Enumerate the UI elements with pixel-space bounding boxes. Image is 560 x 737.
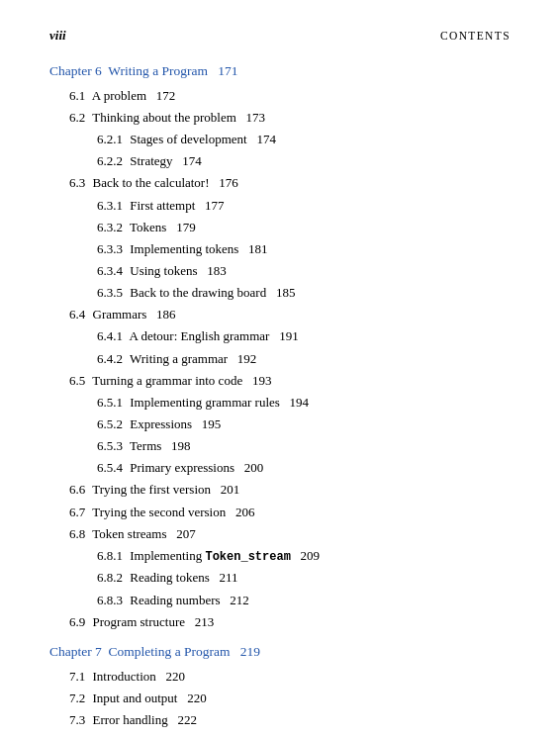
section-num: 6.3.5	[97, 283, 123, 303]
toc-entry: 6.6 Trying the first version 201	[49, 480, 511, 500]
section-title: Reading tokens 211	[127, 568, 238, 588]
section-title: Using tokens 183	[127, 261, 227, 281]
section-num: 6.5.3	[97, 436, 123, 456]
chapter-heading: Chapter 7 Completing a Program 219	[49, 642, 511, 663]
toc-entry: 6.2.1 Stages of development 174	[49, 130, 511, 149]
toc-entry: 6.3.4 Using tokens 183	[49, 261, 511, 281]
section-num: 6.3.4	[97, 261, 123, 281]
section-title: A detour: English grammar 191	[127, 326, 299, 346]
section-title: Writing a grammar 192	[127, 349, 256, 369]
section-num: 6.3.3	[97, 239, 123, 259]
section-title: Trying the second version 206	[89, 503, 254, 522]
section-num: 6.2.2	[97, 151, 123, 171]
section-title: Thinking about the problem 173	[89, 108, 265, 128]
section-num: 6.2.1	[97, 130, 123, 149]
toc-entry: 6.2.2 Strategy 174	[49, 151, 511, 171]
toc-entry: 6.5.4 Primary expressions 200	[49, 458, 511, 478]
section-num: 7.2	[69, 689, 85, 708]
toc-entry: 6.2 Thinking about the problem 173	[49, 108, 511, 128]
toc-entry: 7.3 Error handling 222	[49, 710, 511, 730]
section-title: Trying the first version 201	[89, 480, 239, 500]
toc-entry: 6.1 A problem 172	[49, 86, 511, 106]
toc-entry: 6.5.1 Implementing grammar rules 194	[49, 393, 511, 413]
section-title: Input and output 220	[89, 689, 206, 708]
toc-entry: 6.5.3 Terms 198	[49, 436, 511, 456]
section-num: 6.8	[69, 524, 85, 544]
toc-entry: 6.4.2 Writing a grammar 192	[49, 349, 511, 369]
toc-entry: 6.3.2 Tokens 179	[49, 218, 511, 237]
section-title: Introduction 220	[89, 667, 185, 687]
header-title: CONTENTS	[440, 30, 511, 42]
section-num: 6.5.4	[97, 458, 123, 478]
toc-entry: 7.1 Introduction 220	[49, 667, 511, 687]
section-title: Error handling 222	[89, 710, 197, 730]
section-title: Program structure 213	[89, 612, 214, 632]
section-title: A problem 172	[89, 86, 175, 106]
section-title: Strategy 174	[127, 151, 202, 171]
section-title: Primary expressions 200	[127, 458, 263, 478]
section-num: 6.3.1	[97, 196, 123, 216]
toc-entry: 6.8 Token streams 207	[49, 524, 511, 544]
section-num: 6.5.2	[97, 415, 123, 434]
section-num: 7.3	[69, 710, 85, 730]
section-num: 6.7	[69, 503, 85, 522]
toc-entry: 6.5.2 Expressions 195	[49, 415, 511, 434]
section-title: Grammars 186	[89, 305, 175, 324]
toc-entry: 7.4 Negative numbers 227	[49, 732, 511, 737]
section-num: 6.9	[69, 612, 85, 632]
toc-entry: 6.8.3 Reading numbers 212	[49, 591, 511, 610]
section-title: Implementing Token_stream 209	[127, 546, 320, 567]
section-title: Tokens 179	[127, 218, 196, 237]
section-num: 6.6	[69, 480, 85, 500]
section-num: 6.8.3	[97, 591, 123, 610]
page-number: viii	[49, 28, 66, 44]
section-num: 6.4	[69, 305, 85, 324]
section-title: Turning a grammar into code 193	[89, 371, 271, 391]
section-title: Back to the calculator! 176	[89, 173, 238, 193]
toc-container: Chapter 6 Writing a Program 1716.1 A pro…	[49, 61, 511, 737]
section-title: Expressions 195	[127, 415, 221, 434]
section-title: Token streams 207	[89, 524, 196, 544]
toc-entry: 6.8.2 Reading tokens 211	[49, 568, 511, 588]
section-num: 6.8.1	[97, 546, 123, 567]
section-num: 6.1	[69, 86, 85, 106]
toc-entry: 6.7 Trying the second version 206	[49, 503, 511, 522]
section-title: Implementing grammar rules 194	[127, 393, 309, 413]
section-num: 6.4.1	[97, 326, 123, 346]
toc-entry: 6.8.1 Implementing Token_stream 209	[49, 546, 511, 567]
section-num: 6.5	[69, 371, 85, 391]
toc-entry: 6.4 Grammars 186	[49, 305, 511, 324]
toc-entry: 6.3.1 First attempt 177	[49, 196, 511, 216]
section-title: Implementing tokens 181	[127, 239, 268, 259]
section-num: 6.4.2	[97, 349, 123, 369]
section-title: Negative numbers 227	[89, 732, 215, 737]
toc-entry: 6.5 Turning a grammar into code 193	[49, 371, 511, 391]
section-num: 6.3.2	[97, 218, 123, 237]
toc-entry: 6.9 Program structure 213	[49, 612, 511, 632]
section-num: 6.5.1	[97, 393, 123, 413]
chapter-heading: Chapter 6 Writing a Program 171	[49, 61, 511, 82]
toc-entry: 7.2 Input and output 220	[49, 689, 511, 708]
section-num: 6.2	[69, 108, 85, 128]
section-num: 6.3	[69, 173, 85, 193]
section-title: First attempt 177	[127, 196, 225, 216]
section-title: Reading numbers 212	[127, 591, 249, 610]
section-title: Back to the drawing board 185	[127, 283, 295, 303]
section-title: Stages of development 174	[127, 130, 276, 149]
section-title: Terms 198	[127, 436, 191, 456]
toc-entry: 6.3.3 Implementing tokens 181	[49, 239, 511, 259]
section-num: 7.4	[69, 732, 85, 737]
section-num: 6.8.2	[97, 568, 123, 588]
toc-entry: 6.3 Back to the calculator! 176	[49, 173, 511, 193]
toc-entry: 6.3.5 Back to the drawing board 185	[49, 283, 511, 303]
section-num: 7.1	[69, 667, 85, 687]
toc-entry: 6.4.1 A detour: English grammar 191	[49, 326, 511, 346]
